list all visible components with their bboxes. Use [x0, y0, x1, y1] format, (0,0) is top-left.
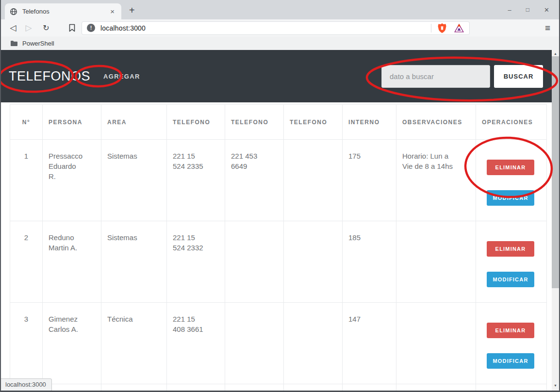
modificar-button[interactable]: MODIFICAR: [487, 353, 534, 369]
col-header-telefono1: TELEFONO: [167, 105, 225, 140]
table-row: 3 Gimenez Carlos A. Técnica 221 15 408 3…: [10, 303, 547, 384]
forward-icon: ▷: [23, 23, 34, 33]
modificar-button[interactable]: MODIFICAR: [487, 190, 534, 206]
cell-observaciones: [396, 384, 476, 391]
brave-shield-icon[interactable]: [437, 23, 447, 33]
cell-telefono2: [225, 221, 284, 303]
bookmark-icon[interactable]: [69, 24, 75, 32]
col-header-area: AREA: [101, 105, 167, 140]
cell-operaciones: ELIMINAR MODIFICAR: [476, 303, 547, 384]
cell-persona: Reduno Martin A.: [43, 221, 101, 303]
cell-n: 2: [10, 221, 43, 303]
phones-table: N° PERSONA AREA TELEFONO TELEFONO TELEFO…: [10, 104, 547, 391]
addressbar-divider: [431, 24, 431, 33]
cell-operaciones: ELIMINAR MODIFICAR: [476, 140, 547, 221]
page-scrollbar[interactable]: ▲ ▼: [552, 50, 559, 391]
cell-persona: Gimenez Carlos A.: [43, 303, 101, 384]
status-bar: localhost:3000: [1, 378, 52, 391]
cell-telefono3: [284, 384, 343, 391]
window-controls: – □ ✕: [508, 7, 559, 13]
back-icon[interactable]: ◁: [8, 23, 18, 33]
tab-close-icon[interactable]: ×: [108, 7, 116, 16]
cell-telefono1: 221 15 408 3661: [167, 303, 225, 384]
menu-icon[interactable]: ≡: [545, 23, 552, 33]
nav-link-agregar[interactable]: AGREGAR: [103, 73, 140, 80]
table-header-row: N° PERSONA AREA TELEFONO TELEFONO TELEFO…: [10, 105, 547, 140]
eliminar-button[interactable]: ELIMINAR: [487, 241, 534, 257]
eliminar-button[interactable]: ELIMINAR: [487, 323, 534, 338]
cell-observaciones: [396, 221, 476, 303]
page-content: TELEFONOS AGREGAR BUSCAR N° PERSONA AREA…: [1, 50, 559, 391]
url-text[interactable]: localhost:3000: [100, 24, 146, 32]
col-header-persona: PERSONA: [43, 105, 101, 140]
col-header-operaciones: OPERACIONES: [476, 105, 547, 140]
cell-telefono1: 221 15 524 2332: [167, 221, 225, 303]
cell-interno: 147: [343, 303, 396, 384]
tab-title: Telefonos: [22, 8, 108, 15]
bat-rewards-icon[interactable]: [454, 23, 464, 33]
browser-tab[interactable]: Telefonos ×: [5, 3, 121, 19]
cell-telefono3: [284, 221, 343, 303]
cell-telefono1: 221 15 524 2334: [167, 384, 225, 391]
cell-telefono3: [284, 303, 343, 384]
cell-n: 3: [10, 303, 43, 384]
site-info-icon[interactable]: !: [87, 24, 95, 32]
address-bar[interactable]: ! localhost:3000: [82, 21, 470, 35]
new-tab-icon[interactable]: +: [129, 5, 135, 16]
table-row: 2 Reduno Martin A. Sistemas 221 15 524 2…: [10, 221, 547, 303]
cell-area: Técnica: [101, 303, 167, 384]
brand-title[interactable]: TELEFONOS: [9, 69, 90, 84]
cell-area: Sistemas: [101, 221, 167, 303]
browser-toolbar: ◁ ▷ ↻ ! localhost:3000 ≡: [1, 19, 559, 36]
cell-operaciones: ELIMINAR MODIFICAR: [476, 384, 547, 391]
cell-observaciones: Horario: Lun a Vie de 8 a 14hs: [396, 140, 476, 221]
tab-strip: Telefonos × + – □ ✕: [1, 0, 559, 19]
col-header-observaciones: OBSERVACIONES: [396, 105, 476, 140]
eliminar-button[interactable]: ELIMINAR: [487, 160, 534, 175]
reload-icon[interactable]: ↻: [41, 23, 51, 33]
cell-operaciones: ELIMINAR MODIFICAR: [476, 221, 547, 303]
minimize-icon[interactable]: –: [508, 7, 511, 13]
cell-n: 1: [10, 140, 43, 221]
globe-favicon-icon: [10, 8, 17, 16]
scrollbar-thumb[interactable]: [552, 56, 559, 288]
cell-persona: Pressacco Eduardo R.: [43, 140, 101, 221]
bookmark-item-powershell[interactable]: PowerShell: [22, 40, 54, 47]
bookmarks-bar: PowerShell: [1, 36, 559, 50]
cell-area: Sistemas: [101, 140, 167, 221]
cell-area: Tecnica: [101, 384, 167, 391]
cell-interno: 236: [343, 384, 396, 391]
search-button[interactable]: BUSCAR: [494, 65, 543, 88]
cell-telefono2: 221 453 6649: [225, 140, 284, 221]
close-window-icon[interactable]: ✕: [544, 7, 549, 13]
table-row: 1 Pressacco Eduardo R. Sistemas 221 15 5…: [10, 140, 547, 221]
browser-window: Telefonos × + – □ ✕ ◁ ▷ ↻ ! localhost:30…: [0, 0, 560, 392]
col-header-n: N°: [10, 105, 43, 140]
col-header-interno: INTERNO: [343, 105, 396, 140]
col-header-telefono2: TELEFONO: [225, 105, 284, 140]
scroll-down-icon[interactable]: ▼: [552, 382, 559, 389]
col-header-telefono3: TELEFONO: [284, 105, 343, 140]
cell-interno: 175: [343, 140, 396, 221]
cell-telefono2: [225, 303, 284, 384]
modificar-button[interactable]: MODIFICAR: [487, 272, 534, 287]
app-navbar: TELEFONOS AGREGAR BUSCAR: [1, 50, 552, 102]
cell-telefono3: [284, 140, 343, 221]
cell-observaciones: [396, 303, 476, 384]
search-input[interactable]: [381, 65, 490, 88]
cell-interno: 185: [343, 221, 396, 303]
cell-telefono1: 221 15 524 2335: [167, 140, 225, 221]
folder-icon: [10, 40, 18, 47]
table-row: 4 Rustan Raul Tecnica 221 15 524 2334 23…: [10, 384, 547, 391]
maximize-icon[interactable]: □: [526, 7, 529, 13]
cell-telefono2: [225, 384, 284, 391]
